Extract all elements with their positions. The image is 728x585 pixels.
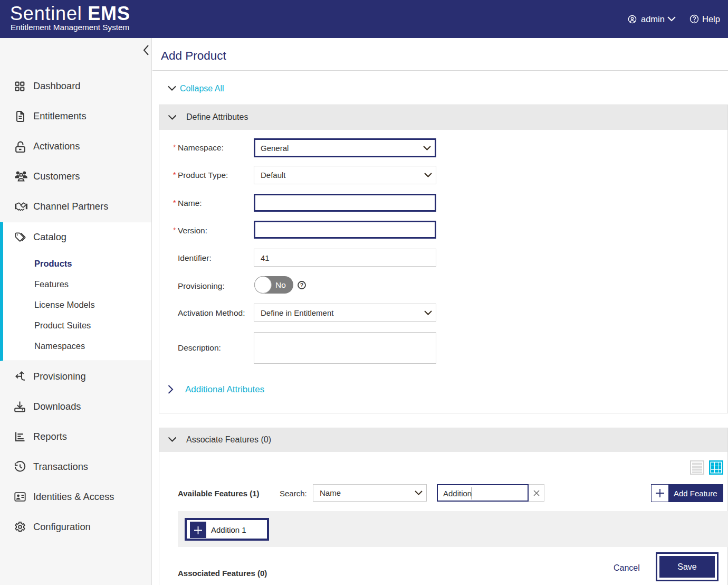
svg-text:?: ? [300,282,303,288]
